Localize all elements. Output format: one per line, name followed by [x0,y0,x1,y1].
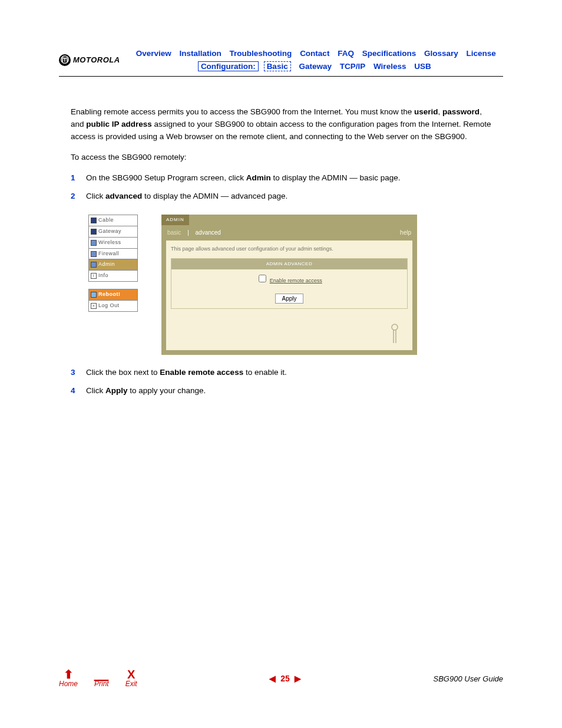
print-button[interactable]: ⎯⎯ Print [94,669,109,688]
side-gateway[interactable]: Gateway [88,226,138,238]
help-link[interactable]: help [400,228,411,238]
admin-body: This page allows advanced user configura… [166,241,412,350]
footer: ⬆ Home ⎯⎯ Print X Exit ◀ 25 ▶ SBG900 Use… [59,669,503,688]
logo-icon: ⓜ [59,54,71,66]
nav-gateway[interactable]: Gateway [299,62,332,71]
label: Exit [125,680,137,688]
step-number: 3 [71,367,78,379]
side-wireless[interactable]: Wireless [88,238,138,249]
guide-title: SBG900 User Guide [433,674,503,683]
print-icon: ⎯⎯ [94,669,109,680]
step-3: 3 Click the box next to Enable remote ac… [71,367,491,379]
step-4: 4 Click Apply to apply your change. [71,385,491,397]
text: to enable it. [243,368,287,377]
brand-text: MOTOROLA [73,55,120,64]
side-firewall[interactable]: Firewall [88,249,138,260]
square-icon [91,229,97,235]
label: Home [59,680,78,688]
enable-remote-access-checkbox[interactable] [259,275,266,282]
side-reboot[interactable]: Reboot! [88,289,138,301]
text-bold: public IP address [86,120,152,129]
step-number: 4 [71,385,78,397]
text: to apply your change. [128,386,206,395]
admin-section-header: ADMIN ADVANCED [171,259,407,269]
square-icon [91,240,97,246]
square-icon [91,251,97,257]
step-text: Click the box next to Enable remote acce… [86,367,287,379]
nav-faq[interactable]: FAQ [338,49,354,58]
admin-tab: ADMIN [161,215,189,225]
text: Click the box next to [86,368,160,377]
admin-section-body: Enable remote access [171,269,407,289]
subtab-basic[interactable]: basic [167,229,181,236]
step-text: On the SBG900 Setup Program screen, clic… [86,172,401,185]
nav-installation[interactable]: Installation [180,49,222,58]
nav-contact[interactable]: Contact [300,49,329,58]
side-menu: Cable Gateway Wireless Firewall Admin iI… [88,215,138,312]
embedded-screenshot: Cable Gateway Wireless Firewall Admin iI… [88,215,491,355]
step-text: Click advanced to display the ADMIN — ad… [86,190,287,203]
text: to display the ADMIN — basic page. [271,173,401,182]
label: Print [94,680,109,688]
label: Reboot! [98,291,121,299]
step-1: 1 On the SBG900 Setup Program screen, cl… [71,172,491,185]
enable-remote-access-label: Enable remote access [270,278,322,284]
side-cable[interactable]: Cable [88,215,138,226]
apply-button[interactable]: Apply [275,294,303,304]
admin-panel: ADMIN basic | advanced help This page al… [161,215,417,355]
nav-wireless[interactable]: Wireless [373,62,406,71]
config-label: Configuration: [198,61,259,71]
subtab-advanced[interactable]: advanced [196,229,221,236]
admin-section: ADMIN ADVANCED Enable remote access Appl… [171,258,408,309]
nav-overview[interactable]: Overview [136,49,171,58]
nav-license[interactable]: License [467,49,496,58]
label: Admin [98,261,115,269]
nav-basic[interactable]: Basic [264,61,291,71]
text-bold: Apply [105,386,128,395]
step-number: 1 [71,172,78,185]
text-bold: advanced [105,192,142,200]
text-bold: password [442,107,480,116]
steps-list-cont: 3 Click the box next to Enable remote ac… [71,367,491,397]
side-admin[interactable]: Admin [88,259,138,271]
home-icon: ⬆ [59,669,78,680]
next-page[interactable]: ▶ [295,674,301,683]
lead-in: To access the SBG900 remotely: [71,151,491,164]
exit-icon: X [125,669,137,680]
nav-tcpip[interactable]: TCP/IP [340,62,366,71]
close-icon: × [91,303,97,309]
admin-desc: This page allows advanced user configura… [171,245,408,253]
side-logout[interactable]: ×Log Out [88,301,138,312]
nav-troubleshooting[interactable]: Troubleshooting [230,49,292,58]
nav-usb[interactable]: USB [414,62,431,71]
steps-list: 1 On the SBG900 Setup Program screen, cl… [71,172,491,203]
svg-point-0 [392,324,398,330]
text-bold: Admin [246,173,271,182]
square-icon [91,292,97,298]
step-number: 2 [71,190,78,203]
label: Info [98,272,108,280]
text: On the SBG900 Setup Program screen, clic… [86,173,246,182]
content: Enabling remote access permits you to ac… [59,77,503,397]
key-icon [389,323,401,344]
prev-page[interactable]: ◀ [269,674,276,683]
nav-specifications[interactable]: Specifications [362,49,416,58]
info-icon: i [91,273,97,279]
text-bold: userid [414,107,438,116]
label: Wireless [98,239,121,247]
text: Click [86,386,105,395]
text: Click [86,192,105,200]
header: ⓜ MOTOROLA Overview Installation Trouble… [59,47,503,77]
nav-glossary[interactable]: Glossary [424,49,458,58]
logo: ⓜ MOTOROLA [59,54,120,66]
page-nav: ◀ 25 ▶ [269,674,301,683]
top-nav: Overview Installation Troubleshooting Co… [129,47,503,73]
intro-paragraph: Enabling remote access permits you to ac… [71,106,491,143]
admin-subtabs: basic | advanced help [161,225,417,241]
exit-button[interactable]: X Exit [125,669,137,688]
home-button[interactable]: ⬆ Home [59,669,78,688]
step-text: Click Apply to apply your change. [86,385,206,397]
text: to display the ADMIN — advanced page. [142,192,287,200]
label: Gateway [98,228,121,236]
side-info[interactable]: iInfo [88,271,138,282]
